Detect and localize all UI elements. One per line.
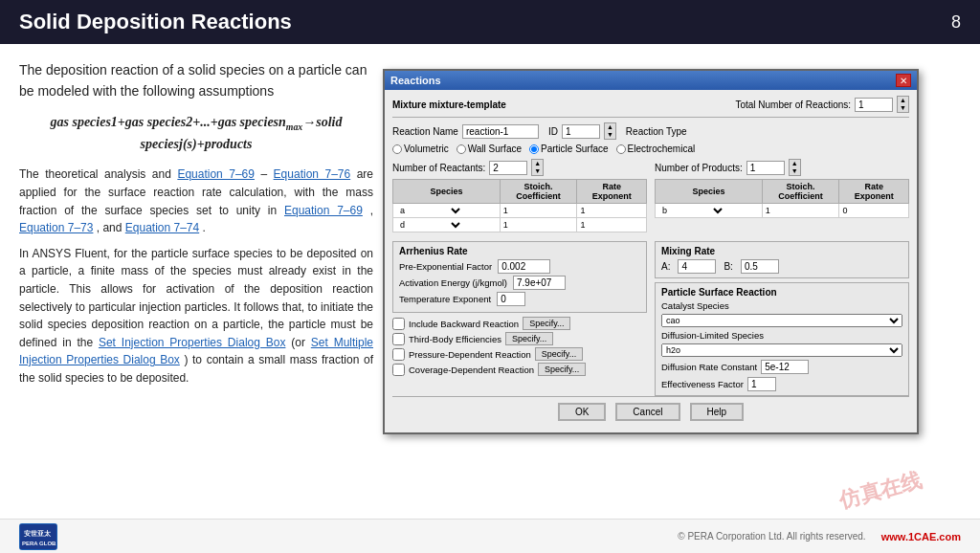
table-row: d — [393, 218, 647, 232]
checkbox-section: Include Backward Reaction Specify... Thi… — [392, 317, 647, 376]
diffusion-limited-label: Diffusion-Limited Species — [661, 330, 902, 341]
reactants-rate-col: RateExponent — [577, 180, 647, 204]
svg-text:安世亚太: 安世亚太 — [23, 529, 52, 537]
products-rate-col: RateExponent — [839, 180, 909, 204]
effectiveness-input[interactable] — [747, 377, 776, 391]
activation-energy-input[interactable] — [513, 276, 566, 290]
eq7-69-link-1[interactable]: Equation 7–69 — [177, 167, 255, 181]
reaction-name-input[interactable] — [462, 124, 539, 139]
arrhenius-section: Arrhenius Rate Pre-Exponential Factor Ac… — [392, 237, 647, 396]
total-reactions-label: Total Number of Reactions: — [735, 100, 851, 110]
table-row: b — [656, 204, 909, 218]
specify-coverage-button[interactable]: Specify... — [538, 363, 586, 376]
dialog-close-button[interactable]: ✕ — [896, 74, 911, 87]
checkbox-thirdbody-input[interactable] — [392, 333, 405, 345]
body-text-4: In ANSYS Fluent, for the particle surfac… — [19, 247, 373, 349]
diffusion-limited-select[interactable]: h2o — [661, 343, 902, 357]
num-products-label: Number of Products: — [655, 163, 743, 173]
checkbox-thirdbody: Third-Body Efficiencies Specify... — [392, 332, 647, 345]
catalyst-label: Catalyst Species — [661, 300, 902, 311]
checkbox-backward-label: Include Backward Reaction — [409, 319, 519, 329]
page-number: 8 — [951, 12, 961, 33]
id-label: ID — [548, 126, 558, 137]
ok-button[interactable]: OK — [558, 403, 606, 421]
reactants-products-section: Number of Reactants: ▲▼ Species Stoich.C… — [392, 159, 909, 232]
reaction-type-radio-group: Volumetric Wall Surface Particle Surface… — [392, 144, 909, 154]
reactant-rate-2[interactable] — [580, 220, 609, 230]
effectiveness-label: Effectiveness Factor — [661, 379, 744, 389]
reaction-name-label: Reaction Name — [392, 126, 458, 137]
num-reactants-spinner[interactable]: ▲▼ — [531, 159, 544, 176]
mixing-A-input[interactable] — [678, 259, 716, 274]
product-species-select-1[interactable]: b — [658, 205, 725, 216]
product-stoich-1[interactable] — [766, 206, 794, 215]
checkbox-backward-input[interactable] — [392, 318, 405, 330]
diffusion-rate-input[interactable] — [761, 360, 809, 374]
specify-pressure-button[interactable]: Specify... — [535, 347, 583, 361]
reactant-species-select-1[interactable]: a — [396, 205, 463, 216]
num-products-spinner[interactable]: ▲▼ — [789, 159, 801, 176]
specify-backward-button[interactable]: Specify... — [523, 317, 570, 330]
product-rate-1[interactable] — [842, 206, 871, 215]
checkbox-pressure-input[interactable] — [392, 348, 405, 361]
reaction-type-label: Reaction Type — [626, 126, 687, 137]
cancel-button[interactable]: Cancel — [615, 403, 679, 421]
reactants-table: Species Stoich.Coefficient RateExponent … — [392, 179, 647, 232]
radio-electrochemical-input[interactable] — [616, 144, 626, 154]
radio-particle-surface-input[interactable] — [529, 144, 539, 154]
products-column: Number of Products: ▲▼ Species Stoich.Co… — [655, 159, 909, 232]
checkbox-coverage: Coverage-Dependent Reaction Specify... — [392, 363, 647, 376]
reactant-rate-1[interactable] — [580, 206, 609, 215]
footer: 安世亚太 PERA GLOBAL © PERA Corporation Ltd.… — [0, 519, 980, 553]
right-column: Reactions ✕ Mixture mixture-template Tot… — [383, 59, 961, 515]
reaction-id-spinner[interactable]: ▲▼ — [604, 122, 616, 140]
reactant-stoich-2[interactable] — [503, 220, 532, 230]
slide-header: Solid Deposition Reactions 8 — [0, 0, 980, 44]
body-text: The theoretical analysis and Equation 7–… — [19, 166, 373, 387]
eq7-73-link[interactable]: Equation 7–73 — [19, 221, 93, 234]
num-reactants-input[interactable] — [489, 161, 527, 175]
total-reactions-input[interactable] — [855, 98, 893, 112]
particle-surface-title: Particle Surface Reaction — [661, 287, 902, 298]
reactants-column: Number of Reactants: ▲▼ Species Stoich.C… — [392, 159, 647, 232]
table-row: a — [393, 204, 647, 218]
eq7-76-link[interactable]: Equation 7–76 — [274, 167, 351, 181]
dialog-buttons: OK Cancel Help — [392, 396, 909, 427]
mixing-A-label: A: — [661, 261, 670, 272]
specify-thirdbody-button[interactable]: Specify... — [505, 332, 553, 345]
catalyst-select[interactable]: cao — [661, 314, 902, 327]
radio-wall-surface[interactable]: Wall Surface — [457, 144, 522, 154]
total-reactions-spinner[interactable]: ▲▼ — [897, 96, 909, 113]
set-injection-link[interactable]: Set Injection Properties Dialog Box — [99, 336, 285, 349]
checkbox-coverage-input[interactable] — [392, 364, 405, 376]
radio-electrochemical[interactable]: Electrochemical — [616, 144, 696, 154]
reactants-species-col: Species — [393, 180, 501, 204]
right-lower-section: Mixing Rate A: B: Particle Surface React… — [655, 237, 909, 396]
reaction-id-input[interactable] — [562, 124, 600, 139]
temp-exponent-label: Temperature Exponent — [399, 294, 491, 304]
diffusion-rate-label: Diffusion Rate Constant — [661, 362, 757, 372]
reactant-species-select-2[interactable]: d — [396, 219, 463, 231]
eq7-74-link[interactable]: Equation 7–74 — [125, 221, 199, 234]
eq7-69-link-2[interactable]: Equation 7–69 — [284, 204, 363, 217]
mixing-B-label: B: — [724, 261, 732, 272]
help-button[interactable]: Help — [690, 403, 745, 421]
arrhenius-box: Arrhenius Rate Pre-Exponential Factor Ac… — [392, 241, 647, 313]
radio-wall-surface-input[interactable] — [457, 144, 466, 154]
radio-volumetric[interactable]: Volumetric — [392, 144, 449, 154]
arrhenius-title: Arrhenius Rate — [399, 246, 640, 256]
temp-exponent-row: Temperature Exponent — [399, 292, 640, 306]
reactant-stoich-1[interactable] — [503, 206, 532, 215]
num-products-input[interactable] — [746, 161, 785, 175]
pre-exp-label: Pre-Exponential Factor — [399, 261, 492, 272]
intro-text: The deposition reaction of a solid speci… — [19, 62, 367, 99]
pre-exp-input[interactable] — [498, 259, 550, 274]
reactions-dialog: Reactions ✕ Mixture mixture-template Tot… — [383, 69, 919, 434]
main-content: The deposition reaction of a solid speci… — [0, 44, 980, 515]
mixing-B-input[interactable] — [741, 259, 779, 274]
radio-particle-surface[interactable]: Particle Surface — [529, 144, 609, 154]
products-table: Species Stoich.Coefficient RateExponent … — [655, 179, 909, 218]
radio-volumetric-input[interactable] — [392, 144, 402, 154]
temp-exponent-input[interactable] — [497, 292, 525, 306]
reaction-name-row: Reaction Name ID ▲▼ Reaction Type — [392, 122, 909, 140]
